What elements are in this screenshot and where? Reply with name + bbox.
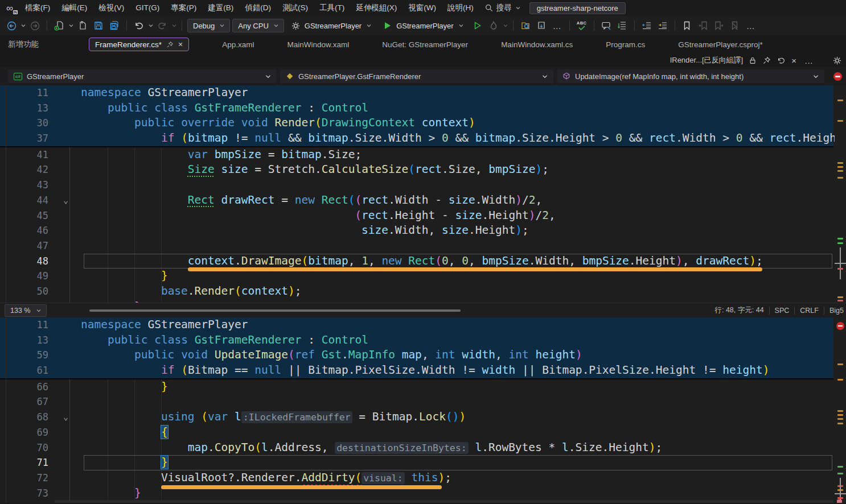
code-text: Size size = Stretch.CalculateSize(rect.S… — [81, 162, 833, 177]
rail-mark-thumb — [837, 499, 842, 503]
tab-7[interactable]: GStreamerPlayer.csproj* — [678, 40, 763, 49]
find-in-files-button[interactable] — [519, 18, 532, 33]
encoding[interactable]: Big5 — [829, 307, 844, 315]
menu-item-5[interactable]: 建置(B) — [202, 0, 239, 16]
menu-item-8[interactable]: 工具(T) — [314, 0, 350, 16]
menu-item-10[interactable]: 視窗(W) — [403, 0, 442, 16]
fold-chevron-icon[interactable]: ⌄ — [55, 410, 81, 425]
fold-chevron-icon[interactable]: ⌄ — [55, 193, 81, 208]
tab-1[interactable]: FrameRenderer.cs*× — [89, 38, 189, 51]
save-all-button[interactable] — [108, 18, 121, 33]
open-file-icon — [77, 20, 88, 31]
navigate-to-button[interactable] — [535, 18, 548, 33]
start-debugging-button[interactable]: GStreamerPlayer — [379, 19, 468, 32]
gutter — [55, 177, 81, 193]
menu-item-7[interactable]: 測試(S) — [277, 0, 314, 16]
menu-item-3[interactable]: GIT(G) — [130, 0, 165, 16]
scrollbar-thumb[interactable] — [89, 309, 461, 312]
play-outline-icon — [474, 22, 482, 30]
menu-item-11[interactable]: 說明(H) — [442, 0, 479, 16]
start-without-debugging-button[interactable] — [471, 18, 484, 33]
pin-icon[interactable] — [166, 41, 174, 48]
search-label: 搜尋 — [496, 3, 512, 13]
line-number: 45 — [0, 208, 55, 224]
gutter — [55, 268, 81, 284]
tab-0[interactable]: 新增功能 — [8, 39, 39, 49]
startup-project-dropdown[interactable]: GStreamerPlayer — [286, 19, 376, 32]
scrollbar-rail-bottom[interactable] — [835, 317, 846, 503]
increase-indent-button[interactable] — [656, 18, 670, 33]
tab-6[interactable]: Program.cs — [606, 40, 645, 49]
navigation-bar: c# GStreamerPlayer GStreamerPlayer.GstFr… — [0, 67, 846, 85]
save-button[interactable] — [92, 18, 105, 33]
search-menu[interactable]: 搜尋 — [479, 3, 526, 13]
code-line-11: 11namespace GStreamerPlayer — [0, 85, 833, 101]
gutter — [55, 299, 81, 303]
close-icon[interactable]: × — [178, 40, 183, 49]
bookmark-prev-icon — [699, 21, 708, 30]
chevron-down-icon[interactable] — [149, 24, 153, 27]
chevron-down-icon[interactable] — [69, 24, 73, 27]
project-dropdown[interactable]: c# GStreamerPlayer — [8, 69, 277, 83]
horizontal-scrollbar[interactable] — [52, 303, 709, 317]
line-number: 70 — [0, 440, 55, 456]
navigate-back-button[interactable] — [5, 18, 18, 33]
menu-item-2[interactable]: 檢視(V) — [93, 0, 130, 16]
solution-platform-dropdown[interactable]: Any CPU — [232, 19, 284, 32]
horizontal-scrollbar-bottom[interactable] — [55, 500, 833, 503]
outdent-icon — [642, 20, 652, 31]
redo-button[interactable] — [155, 18, 169, 33]
toggle-comment-button[interactable] — [599, 18, 613, 33]
zoom-dropdown[interactable]: 133 % — [5, 304, 47, 317]
lock-icon — [749, 56, 757, 65]
line-number: 51 — [0, 299, 55, 303]
code-text: public class GstFrameRenderer : Control — [81, 101, 833, 116]
code-text: public class GstFrameRenderer : Control — [81, 333, 833, 348]
toolbar: Debug Any CPU GStreamerPlayer GStreamerP… — [0, 16, 846, 35]
menu-item-0[interactable]: 檔案(F) — [19, 0, 56, 16]
spell-check-button[interactable]: ABC — [575, 18, 589, 33]
tab-3[interactable]: MainWindow.xaml — [288, 40, 350, 49]
menu-item-1[interactable]: 編輯(E) — [56, 0, 93, 16]
code-text: } — [81, 299, 833, 303]
menu-item-4[interactable]: 專案(P) — [165, 0, 202, 16]
scrollbar-rail-top[interactable] — [835, 85, 846, 303]
search-input[interactable]: gstreamer-sharp-netcore — [529, 2, 626, 14]
menu-item-9[interactable]: 延伸模組(X) — [350, 0, 403, 16]
pin-icon[interactable] — [762, 56, 771, 65]
rail-mark-o — [837, 296, 843, 298]
navigate-forward-button[interactable] — [28, 18, 42, 33]
new-file-button[interactable] — [52, 18, 66, 33]
tab-2[interactable]: App.xaml — [222, 40, 254, 49]
tab-4[interactable]: NuGet: GStreamerPlayer — [382, 40, 468, 49]
line-ending[interactable]: CRLF — [800, 307, 819, 315]
decrease-indent-button[interactable] — [640, 18, 654, 33]
tab-5[interactable]: MainWindow.xaml.cs — [501, 40, 573, 49]
chevron-down-icon[interactable] — [21, 24, 26, 27]
type-dropdown[interactable]: GStreamerPlayer.GstFrameRenderer — [280, 69, 553, 83]
solution-configuration-dropdown[interactable]: Debug — [187, 19, 230, 32]
gear-icon[interactable] — [833, 56, 841, 65]
whitespace-mode[interactable]: SPC — [775, 307, 790, 315]
clear-bookmarks-button[interactable] — [728, 18, 742, 33]
toolbar-overflow-button[interactable]: … — [551, 21, 564, 31]
editor-pane-bottom[interactable]: 11namespace GStreamerPlayer13 public cla… — [0, 317, 846, 503]
member-dropdown[interactable]: UpdateImage(ref MapInfo map, int width, … — [557, 69, 824, 83]
move-lines-button[interactable] — [615, 18, 629, 33]
next-bookmark-button[interactable] — [712, 18, 726, 33]
gutter — [55, 115, 81, 131]
code-text: var bmpSize = bitmap.Size; — [81, 147, 833, 163]
toolbar-overflow-button-2[interactable]: … — [744, 21, 758, 31]
toggle-bookmark-button[interactable] — [680, 18, 694, 33]
health-indicator[interactable] — [833, 72, 842, 81]
previous-bookmark-button[interactable] — [696, 18, 710, 33]
undo-arrow-icon[interactable] — [777, 56, 786, 64]
open-file-button[interactable] — [76, 18, 89, 33]
editor-pane-top[interactable]: 11namespace GStreamerPlayer13 public cla… — [0, 85, 846, 303]
hot-reload-button[interactable] — [487, 18, 500, 33]
undo-button[interactable] — [132, 18, 146, 33]
peek-overflow-button[interactable]: … — [802, 56, 816, 65]
code-line-44: 44⌄ Rect drawRect = new Rect((rect.Width… — [0, 193, 846, 208]
close-icon[interactable]: × — [791, 56, 796, 65]
menu-item-6[interactable]: 偵錯(D) — [239, 0, 277, 16]
